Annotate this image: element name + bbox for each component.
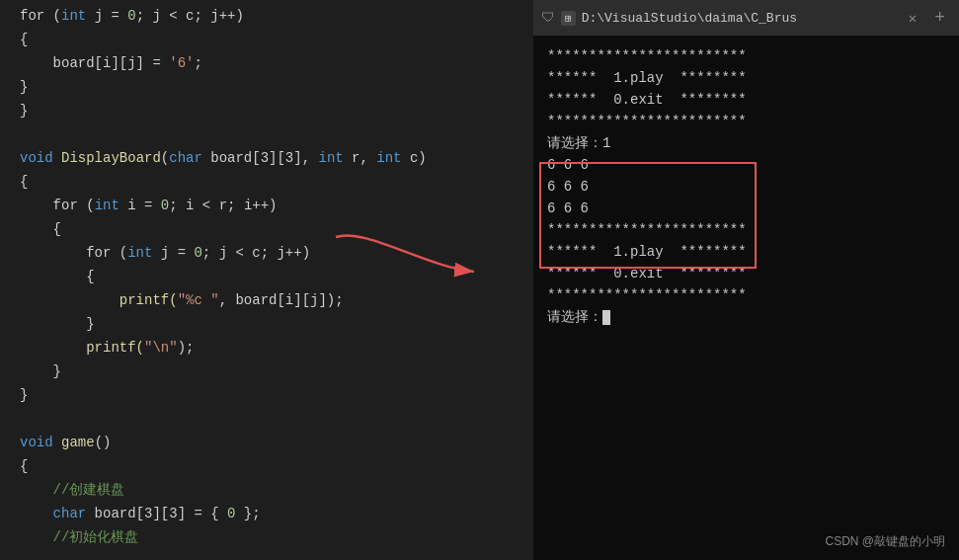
code-line: { — [0, 28, 533, 51]
terminal-line: ****** 1.play ******** — [547, 241, 945, 263]
new-tab-button[interactable]: + — [928, 8, 951, 28]
terminal-titlebar: 🛡 ⊞ D:\VisualStudio\daima\C_Brus ✕ + — [533, 0, 959, 36]
code-line: for (int i = 0; i < r; i++) — [0, 194, 533, 217]
watermark: CSDN @敲键盘的小明 — [825, 530, 945, 552]
code-line: //初始化棋盘 — [0, 525, 533, 549]
close-button[interactable]: ✕ — [903, 8, 922, 29]
terminal-line: ************************ — [547, 219, 945, 241]
terminal-line: ****** 0.exit ******** — [547, 89, 945, 111]
terminal-icon: ⊞ — [561, 11, 576, 26]
code-line: } — [0, 360, 533, 383]
code-line — [0, 122, 533, 146]
terminal-line: ************************ — [547, 111, 945, 132]
code-line: } — [0, 99, 533, 122]
terminal-line: ************************ — [547, 284, 945, 306]
code-line: { — [0, 170, 533, 194]
code-line: } — [0, 383, 533, 407]
terminal-line: 6 6 6 — [547, 154, 945, 176]
terminal-line: ************************ — [547, 45, 945, 67]
code-line: for (int j = 0; j < c; j++) — [0, 4, 533, 28]
code-line: void game() — [0, 431, 533, 454]
terminal-title: D:\VisualStudio\daima\C_Brus — [582, 11, 897, 26]
code-line: char board[3][3] = { 0 }; — [0, 502, 533, 525]
code-line: { — [0, 265, 533, 288]
code-line: } — [0, 312, 533, 336]
code-line: { — [0, 454, 533, 478]
terminal-line: 6 6 6 — [547, 198, 945, 219]
code-line: { — [0, 217, 533, 241]
shield-icon: 🛡 — [541, 10, 555, 26]
terminal-line: 6 6 6 — [547, 176, 945, 198]
code-line: //创建棋盘 — [0, 478, 533, 502]
terminal-window: 🛡 ⊞ D:\VisualStudio\daima\C_Brus ✕ + ***… — [533, 0, 959, 560]
terminal-line: 请选择： — [547, 306, 945, 328]
terminal-line: ****** 0.exit ******** — [547, 263, 945, 284]
code-line: board[i][j] = '6'; — [0, 51, 533, 75]
terminal-line: 请选择：1 — [547, 132, 945, 154]
code-line: } — [0, 75, 533, 99]
code-line: printf("%c ", board[i][j]); — [0, 288, 533, 312]
cursor — [602, 310, 610, 325]
terminal-line: ****** 1.play ******** — [547, 67, 945, 89]
code-line — [0, 407, 533, 431]
code-line: void DisplayBoard(char board[3][3], int … — [0, 146, 533, 170]
code-editor: for (int j = 0; j < c; j++){ board[i][j]… — [0, 0, 533, 560]
code-line: for (int j = 0; j < c; j++) — [0, 241, 533, 265]
code-line: printf("\n"); — [0, 336, 533, 360]
terminal-body: ****************************** 1.play **… — [533, 36, 959, 560]
